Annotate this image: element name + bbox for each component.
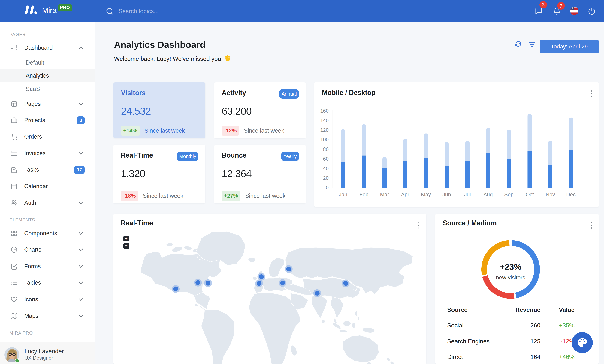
svg-text:100: 100 xyxy=(320,137,329,142)
svg-text:Feb: Feb xyxy=(359,192,368,197)
svg-text:40: 40 xyxy=(323,166,329,171)
svg-text:May: May xyxy=(421,192,431,197)
svg-text:60: 60 xyxy=(323,156,329,162)
svg-text:Sep: Sep xyxy=(504,192,514,197)
svg-text:Dec: Dec xyxy=(566,192,576,197)
svg-text:Oct: Oct xyxy=(526,192,534,197)
svg-text:120: 120 xyxy=(320,127,329,133)
svg-text:160: 160 xyxy=(320,108,329,114)
svg-text:Jun: Jun xyxy=(442,192,451,197)
svg-text:Mar: Mar xyxy=(380,192,389,197)
svg-text:Nov: Nov xyxy=(546,192,555,197)
svg-text:Apr: Apr xyxy=(401,192,409,197)
svg-text:0: 0 xyxy=(326,185,329,190)
svg-text:Jul: Jul xyxy=(464,192,471,197)
svg-text:80: 80 xyxy=(323,147,329,152)
svg-text:20: 20 xyxy=(323,175,329,181)
svg-text:Aug: Aug xyxy=(483,192,493,197)
svg-text:140: 140 xyxy=(320,118,329,123)
svg-text:Jan: Jan xyxy=(339,192,347,197)
